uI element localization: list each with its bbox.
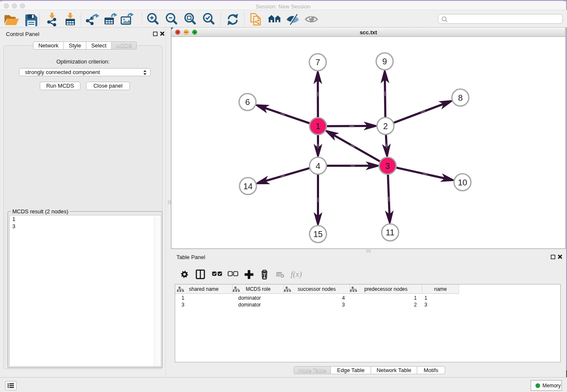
svg-text:9: 9	[382, 57, 387, 66]
svg-text:7: 7	[315, 58, 320, 67]
svg-text:f(x): f(x)	[291, 270, 302, 279]
svg-text:10: 10	[458, 178, 467, 187]
svg-text:8: 8	[458, 93, 462, 102]
svg-text:1: 1	[316, 121, 320, 131]
svg-text:4: 4	[316, 161, 320, 171]
svg-text:3: 3	[385, 161, 390, 171]
svg-text:15: 15	[313, 229, 322, 239]
svg-text:14: 14	[243, 182, 253, 191]
svg-text:11: 11	[386, 228, 395, 237]
svg-text:2: 2	[383, 121, 388, 131]
svg-text:6: 6	[245, 97, 250, 107]
